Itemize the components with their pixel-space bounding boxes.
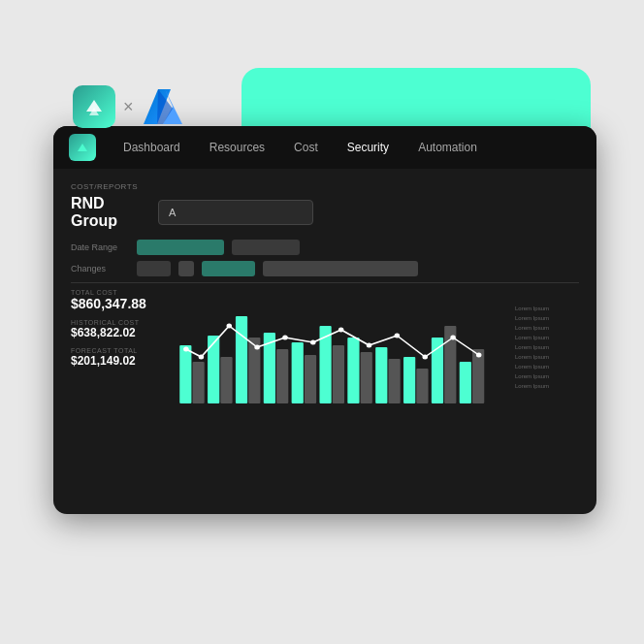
svg-rect-4	[236, 316, 247, 403]
svg-rect-13	[361, 352, 372, 403]
chart-svg	[177, 289, 511, 405]
dashboard-card: Dashboard Resources Cost Security Automa…	[53, 126, 596, 514]
group-input[interactable]: A	[158, 200, 313, 225]
svg-rect-9	[305, 355, 316, 403]
svg-rect-5	[248, 338, 260, 403]
svg-rect-3	[220, 357, 232, 403]
legend-item-9: Lorem Ipsum	[515, 383, 579, 389]
legend-item-5: Lorem Ipsum	[515, 344, 579, 350]
app-logo	[73, 85, 115, 128]
legend-item-7: Lorem Ipsum	[515, 364, 579, 370]
svg-point-31	[422, 355, 428, 360]
nav-item-security[interactable]: Security	[334, 135, 402, 160]
rnd-group-row: RND Group A	[71, 195, 579, 230]
stat-forecast-value: $201,149.02	[71, 354, 177, 368]
svg-point-30	[395, 334, 401, 338]
svg-rect-17	[416, 369, 428, 403]
date-range-pill-2[interactable]	[232, 240, 300, 255]
input-value: A	[169, 207, 176, 218]
stat-historical-cost: HISTORICAL COST $638,822.02	[71, 319, 177, 339]
changes-pill-1[interactable]	[137, 261, 171, 276]
changes-label: Changes	[71, 264, 129, 274]
group-name: RND Group	[71, 195, 148, 230]
legend-item-1: Lorem Ipsum	[515, 306, 579, 311]
date-range-label: Date Range	[71, 242, 129, 252]
svg-point-22	[183, 347, 189, 352]
cost-reports-row: COST/REPORTS	[71, 182, 579, 191]
svg-point-32	[450, 336, 456, 340]
svg-point-27	[310, 340, 316, 345]
changes-pill-2[interactable]	[178, 261, 194, 276]
changes-pill-4[interactable]	[263, 261, 418, 276]
changes-row: Changes	[71, 261, 579, 276]
svg-rect-11	[333, 345, 344, 403]
content-area: COST/REPORTS RND Group A Date Range Chan…	[53, 169, 596, 419]
svg-rect-18	[432, 338, 443, 403]
nav-item-automation[interactable]: Automation	[404, 135, 491, 160]
svg-rect-16	[403, 357, 415, 403]
stat-historical-label: HISTORICAL COST	[71, 319, 177, 326]
svg-rect-7	[276, 349, 288, 403]
legend-item-2: Lorem Ipsum	[515, 315, 579, 321]
chart-legend: Lorem Ipsum Lorem Ipsum Lorem Ipsum Lore…	[511, 289, 579, 405]
svg-point-28	[338, 328, 344, 333]
svg-point-33	[476, 353, 482, 358]
nav-item-dashboard[interactable]: Dashboard	[110, 135, 194, 160]
svg-rect-12	[347, 338, 359, 403]
stat-forecast-label: FORECAST TOTAL	[71, 347, 177, 354]
svg-point-26	[282, 336, 288, 340]
azure-logo	[142, 85, 184, 128]
multiply-icon: ×	[123, 97, 134, 117]
svg-rect-0	[179, 345, 191, 403]
nav-item-cost[interactable]: Cost	[280, 135, 332, 160]
chart-wrapper	[177, 289, 511, 405]
logo-area: ×	[73, 85, 184, 128]
svg-rect-1	[193, 362, 205, 403]
svg-point-29	[367, 343, 372, 348]
nav-item-resources[interactable]: Resources	[196, 135, 278, 160]
svg-rect-20	[460, 362, 471, 403]
legend-item-3: Lorem Ipsum	[515, 325, 579, 331]
nav-bar: Dashboard Resources Cost Security Automa…	[53, 126, 596, 169]
svg-rect-19	[444, 326, 456, 403]
cost-reports-label: COST/REPORTS	[71, 182, 138, 191]
svg-point-24	[226, 324, 232, 329]
svg-point-23	[199, 355, 205, 360]
svg-rect-15	[388, 359, 400, 403]
divider	[71, 282, 579, 283]
scene: × Dashbo	[0, 0, 644, 644]
stat-total-cost-label: TOTAL COST	[71, 289, 177, 296]
stats-column: TOTAL COST $860,347.88 HISTORICAL COST $…	[71, 289, 177, 405]
date-range-pill-1[interactable]	[137, 240, 224, 255]
svg-rect-6	[264, 333, 275, 403]
legend-item-8: Lorem Ipsum	[515, 373, 579, 379]
svg-rect-2	[208, 336, 219, 403]
changes-pill-3[interactable]	[202, 261, 255, 276]
svg-rect-21	[472, 349, 484, 403]
legend-item-6: Lorem Ipsum	[515, 354, 579, 360]
stats-chart-row: TOTAL COST $860,347.88 HISTORICAL COST $…	[71, 289, 579, 405]
stat-historical-value: $638,822.02	[71, 326, 177, 339]
nav-logo-icon	[69, 134, 96, 161]
svg-rect-8	[292, 342, 304, 403]
date-range-row: Date Range	[71, 240, 579, 255]
svg-rect-10	[319, 326, 331, 403]
svg-rect-14	[375, 347, 387, 403]
stat-total-cost-value: $860,347.88	[71, 296, 177, 311]
stat-forecast: FORECAST TOTAL $201,149.02	[71, 347, 177, 368]
svg-point-25	[254, 345, 260, 350]
legend-item-4: Lorem Ipsum	[515, 335, 579, 340]
stat-total-cost: TOTAL COST $860,347.88	[71, 289, 177, 311]
